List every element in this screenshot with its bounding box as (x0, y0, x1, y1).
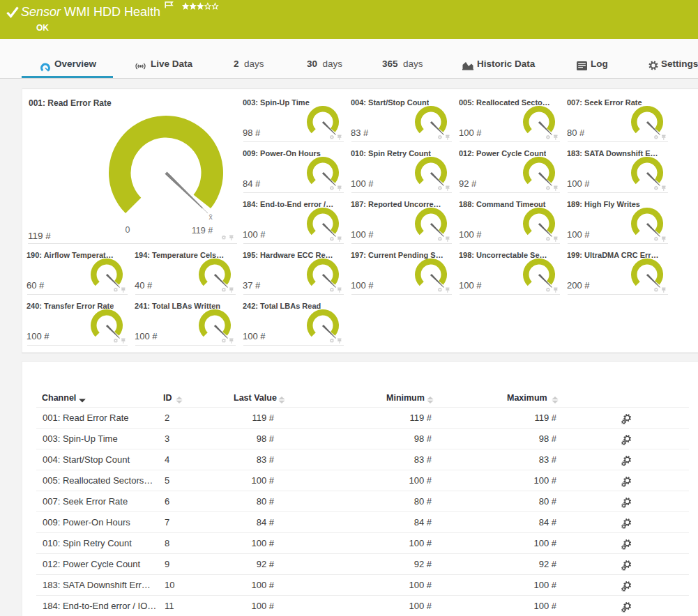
svg-text:0: 0 (126, 225, 130, 235)
svg-text:119 #: 119 # (192, 226, 213, 236)
svg-text:x̄: x̄ (208, 213, 213, 221)
